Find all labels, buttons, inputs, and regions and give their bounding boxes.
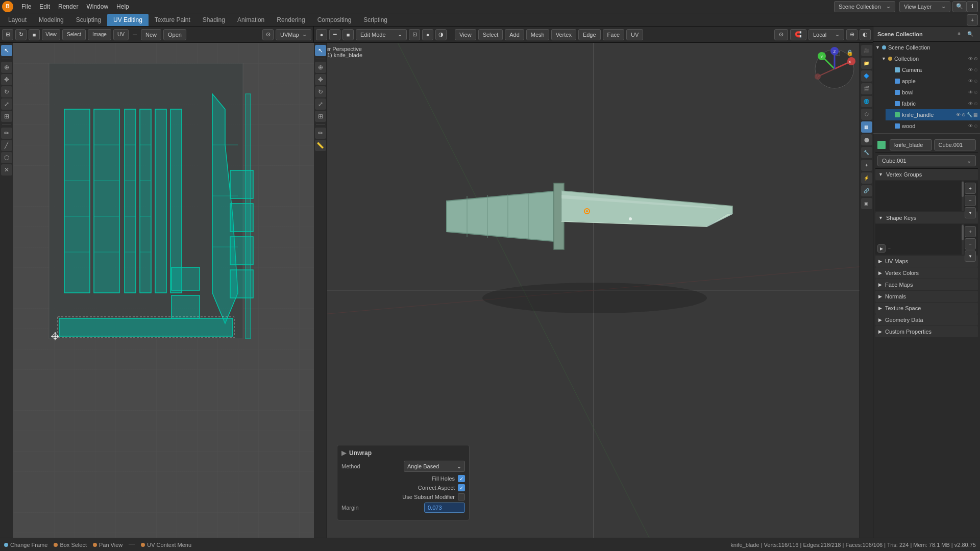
tool-transform[interactable]: ⊞ xyxy=(1,111,12,122)
3d-tool-cursor[interactable]: ⊕ xyxy=(315,62,326,73)
fill-holes-checkbox[interactable]: ✓ xyxy=(458,475,465,482)
tool-scale[interactable]: ⤢ xyxy=(1,98,12,110)
uv-uv-btn[interactable]: UV xyxy=(113,29,129,40)
viewport-overlay-icon[interactable]: ⊡ xyxy=(409,29,420,40)
prop-object-data-icon[interactable]: ▣ xyxy=(861,198,872,209)
3d-select-mode-vert[interactable]: ● xyxy=(316,29,327,40)
view3d-uv-btn[interactable]: UV xyxy=(626,29,643,40)
tab-texture-paint[interactable]: Texture Paint xyxy=(149,14,197,26)
filter-collection-btn[interactable]: 🔍 xyxy=(965,29,976,40)
wood-item[interactable]: wood 👁 ⊙ xyxy=(886,120,980,132)
tab-sculpting[interactable]: Sculpting xyxy=(70,14,107,26)
prop-particles-icon[interactable]: ✦ xyxy=(861,160,872,171)
menu-render[interactable]: Render xyxy=(54,2,82,11)
3d-select-mode-face[interactable]: ■ xyxy=(342,29,354,40)
menu-edit[interactable]: Edit xyxy=(35,2,54,11)
tool-select[interactable]: ↖ xyxy=(1,45,12,56)
tab-scripting[interactable]: Scripting xyxy=(357,14,394,26)
uvmap-selector[interactable]: UVMap⌄ xyxy=(276,29,311,40)
3d-tool-transform[interactable]: ⊞ xyxy=(315,111,326,122)
shape-key-options-btn[interactable]: ▼ xyxy=(965,251,976,262)
uv-view-label-btn[interactable]: View xyxy=(42,29,60,40)
prop-world-icon[interactable]: 🌐 xyxy=(861,96,872,107)
tab-layout[interactable]: Layout xyxy=(2,14,33,26)
vertex-group-options-btn[interactable]: ▼ xyxy=(965,207,976,218)
shape-keys-header[interactable]: ▼ Shape Keys xyxy=(875,212,978,223)
uv-maps-header[interactable]: ▶ UV Maps xyxy=(875,256,978,267)
apple-item[interactable]: apple 👁 ⊙ xyxy=(886,76,980,87)
tool-cursor[interactable]: ⊕ xyxy=(1,62,12,73)
tab-modeling[interactable]: Modeling xyxy=(33,14,70,26)
uv-rotate-icon[interactable]: ↻ xyxy=(15,29,27,40)
prop-mesh-data-icon[interactable]: ▦ xyxy=(861,121,872,133)
view-layer-selector[interactable]: View Layer⌄ xyxy=(899,1,950,12)
remove-vertex-group-btn[interactable]: − xyxy=(965,195,976,206)
edit-mode-selector[interactable]: Edit Mode⌄ xyxy=(356,29,407,40)
uv-select-btn[interactable]: Select xyxy=(62,29,86,40)
camera-item[interactable]: Camera 👁 ⊙ xyxy=(886,64,980,76)
knife-handle-item[interactable]: knife_handle 👁 ⊙ 🔧 ▦ xyxy=(886,109,980,120)
menu-file[interactable]: File xyxy=(17,2,35,11)
tool-annotate[interactable]: ✏ xyxy=(1,128,12,139)
uv-pivot-icon[interactable]: ⊙ xyxy=(262,29,274,40)
add-vertex-group-btn[interactable]: + xyxy=(965,183,976,194)
tool-erase-annotate[interactable]: ✕ xyxy=(1,164,12,176)
tool-annotate-poly[interactable]: ⬡ xyxy=(1,152,12,163)
scene-selector[interactable]: Scene Collection⌄ xyxy=(834,1,895,12)
viewport-shading-material[interactable]: ◑ xyxy=(435,29,447,40)
3d-select-mode-edge[interactable]: ━ xyxy=(329,29,340,40)
prop-output-icon[interactable]: 📁 xyxy=(861,58,872,69)
view3d-edge-btn[interactable]: Edge xyxy=(578,29,601,40)
viewport-overlay-toggle[interactable]: ◐ xyxy=(860,29,871,40)
prop-physics-icon[interactable]: ⚡ xyxy=(861,172,872,184)
texture-space-header[interactable]: ▶ Texture Space xyxy=(875,303,978,314)
add-workspace-btn[interactable]: + xyxy=(967,14,978,26)
prop-modifier-icon[interactable]: 🔧 xyxy=(861,147,872,158)
view3d-view-btn[interactable]: View xyxy=(455,29,476,40)
tab-rendering[interactable]: Rendering xyxy=(271,14,311,26)
view3d-face-btn[interactable]: Face xyxy=(603,29,624,40)
method-dropdown[interactable]: Angle Based ⌄ xyxy=(404,461,465,472)
tab-uv-editing[interactable]: UV Editing xyxy=(107,14,149,26)
tab-shading[interactable]: Shading xyxy=(197,14,231,26)
uv-image-btn[interactable]: Image xyxy=(88,29,111,40)
tab-compositing[interactable]: Compositing xyxy=(311,14,358,26)
scene-root-item[interactable]: ▼ Scene Collection xyxy=(873,42,980,53)
viewport-gizmo-toggle[interactable]: ⊕ xyxy=(846,29,857,40)
prop-view-layer-icon[interactable]: 🔷 xyxy=(861,70,872,82)
use-subsurf-checkbox[interactable] xyxy=(458,493,465,500)
3d-tool-move[interactable]: ✥ xyxy=(315,74,326,85)
view3d-add-btn[interactable]: Add xyxy=(505,29,524,40)
view3d-select-btn[interactable]: Select xyxy=(478,29,503,40)
view3d-vertex-btn[interactable]: Vertex xyxy=(551,29,576,40)
mesh-name-field[interactable]: Cube.001 xyxy=(934,139,976,151)
menu-window[interactable]: Window xyxy=(82,2,112,11)
uv-select-mode-icon[interactable]: ■ xyxy=(29,29,40,40)
viewport-shading-solid[interactable]: ● xyxy=(422,29,433,40)
collection-item[interactable]: ▼ Collection 👁 ⊙ xyxy=(879,53,980,64)
margin-value[interactable]: 0.073 xyxy=(424,503,465,513)
sub-object-selector[interactable]: Cube.001⌄ xyxy=(877,155,976,166)
info-icon[interactable]: ℹ xyxy=(967,1,978,12)
view3d-snap-btn[interactable]: 🧲 xyxy=(790,29,806,40)
bowl-item[interactable]: bowl 👁 ⊙ xyxy=(886,87,980,98)
uv-snap-icon[interactable]: ⊞ xyxy=(2,29,13,40)
object-name-field[interactable]: knife_blade xyxy=(890,139,932,151)
vertex-colors-header[interactable]: ▶ Vertex Colors xyxy=(875,267,978,279)
tool-rotate[interactable]: ↻ xyxy=(1,86,12,97)
uv-open-btn[interactable]: Open xyxy=(163,29,186,40)
tool-move[interactable]: ✥ xyxy=(1,74,12,85)
new-collection-btn[interactable]: + xyxy=(953,29,965,40)
vertex-groups-header[interactable]: ▼ Vertex Groups xyxy=(875,169,978,180)
view3d-mesh-btn[interactable]: Mesh xyxy=(526,29,549,40)
3d-tool-scale[interactable]: ⤢ xyxy=(315,98,326,110)
shape-key-expand-btn[interactable]: ▶ xyxy=(877,244,886,253)
tool-annotate-line[interactable]: ╱ xyxy=(1,140,12,151)
custom-props-header[interactable]: ▶ Custom Properties xyxy=(875,326,978,337)
engine-icon[interactable]: 🔍 xyxy=(952,1,967,12)
face-maps-header[interactable]: ▶ Face Maps xyxy=(875,279,978,290)
prop-object-icon[interactable]: ⬡ xyxy=(861,109,872,120)
remove-shape-key-btn[interactable]: − xyxy=(965,238,976,249)
prop-constraints-icon[interactable]: 🔗 xyxy=(861,185,872,196)
3d-tool-annotate[interactable]: ✏ xyxy=(315,128,326,139)
